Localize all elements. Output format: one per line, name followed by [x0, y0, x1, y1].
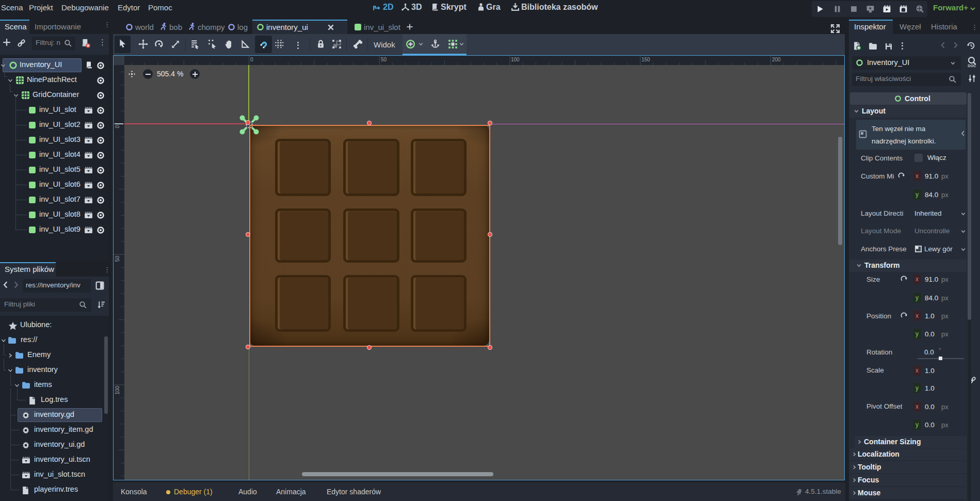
svg-text:100: 100 — [115, 386, 120, 395]
svg-text:0: 0 — [250, 57, 253, 62]
svg-text:100: 100 — [511, 57, 520, 62]
svg-text:50: 50 — [115, 256, 120, 262]
svg-text:0: 0 — [115, 125, 120, 128]
svg-text:DOC: DOC — [968, 64, 976, 68]
svg-text:50: 50 — [381, 57, 387, 62]
svg-text:150: 150 — [641, 57, 650, 62]
svg-text:200: 200 — [772, 57, 781, 62]
